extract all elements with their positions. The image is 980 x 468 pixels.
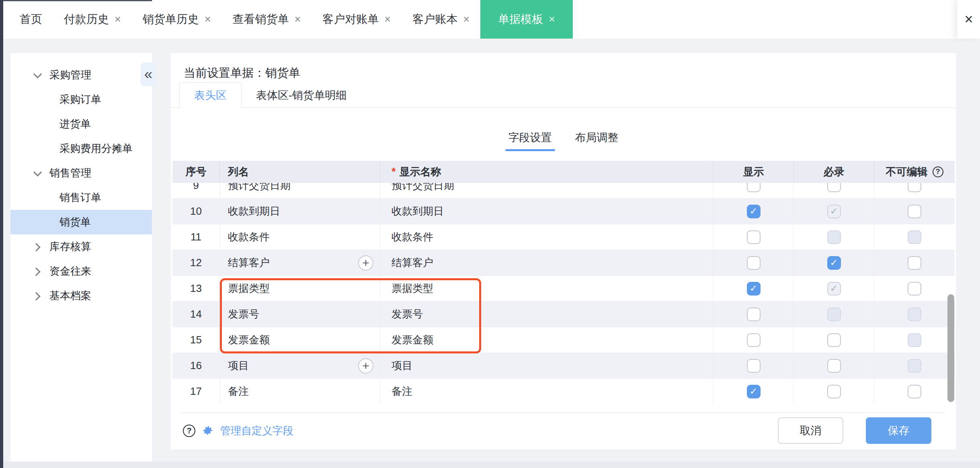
row-index: 17 [190,385,202,398]
cell-index: 10 [172,199,220,224]
cell-column-name: 结算客户+ [220,250,380,275]
cell-display-name[interactable]: 发票金额 [380,327,713,353]
cell-column-name: 发票金额 [220,327,380,353]
required-checkbox[interactable] [827,359,841,373]
sidebar-item-4[interactable]: 采购费用分摊单 [10,136,152,161]
top-tab-label: 首页 [20,12,42,27]
top-tab-4[interactable]: 查看销货单× [222,0,312,39]
doc-tab-2[interactable]: 表体区-销货单明细 [242,82,361,108]
cell-show [713,353,794,378]
readonly-checkbox[interactable] [908,333,921,347]
required-checkbox[interactable]: ✓ [827,256,841,270]
readonly-checkbox[interactable] [908,308,921,321]
display-name-text: 备注 [392,384,412,398]
cell-display-name[interactable]: 预计交货日期 [380,183,713,198]
save-button[interactable]: 保存 [866,417,931,444]
column-name-text: 项目 [228,359,249,373]
cell-display-name[interactable]: 收款条件 [380,224,713,250]
sidebar-item-10[interactable]: 基本档案 [10,283,152,308]
cell-index: 14 [172,302,220,327]
tab-close-icon[interactable]: × [384,14,391,25]
cell-display-name[interactable]: 发票号 [380,302,713,327]
sidebar-item-label: 采购费用分摊单 [59,142,133,156]
sub-tab-1[interactable]: 字段设置 [508,130,552,151]
sidebar-item-6[interactable]: 销售订单 [10,185,152,210]
readonly-checkbox[interactable] [908,183,921,192]
add-field-icon[interactable]: + [358,255,373,271]
cancel-button[interactable]: 取消 [778,417,843,444]
sidebar-item-3[interactable]: 进货单 [10,112,152,136]
required-checkbox[interactable]: ✓ [827,205,841,218]
top-tab-2[interactable]: 付款历史× [53,0,132,39]
sidebar-item-2[interactable]: 采购订单 [10,87,152,112]
top-tab-6[interactable]: 客户账本× [402,0,480,39]
tab-close-icon[interactable]: × [549,14,555,25]
sidebar-item-1[interactable]: 采购管理 [10,63,152,87]
sidebar-collapse-button[interactable]: « [141,63,156,86]
row-index: 9 [193,183,199,192]
readonly-checkbox[interactable] [908,385,921,398]
fields-table: 序号 列名 * 显示名称 显示 必录 不可编辑 ? 9预计交货日期预计交货日期1… [172,161,955,404]
required-checkbox[interactable] [827,308,841,321]
gear-icon[interactable] [202,425,214,437]
top-tab-label: 付款历史 [64,12,109,27]
tab-close-icon[interactable]: × [115,14,121,25]
show-checkbox[interactable]: ✓ [747,282,761,296]
sidebar-item-5[interactable]: 销售管理 [10,161,152,185]
cell-display-name[interactable]: 票据类型 [380,276,713,301]
show-checkbox[interactable] [747,308,761,321]
required-checkbox[interactable] [827,230,841,244]
readonly-checkbox[interactable] [908,282,921,296]
top-tab-3[interactable]: 销货单历史× [132,0,222,39]
cell-required [794,224,874,250]
show-checkbox[interactable] [747,256,761,270]
cell-required: ✓ [794,250,874,275]
cell-display-name[interactable]: 结算客户 [380,250,713,275]
cell-display-name[interactable]: 收款到期日 [380,199,713,224]
required-checkbox[interactable] [827,385,841,398]
top-tab-label: 客户账本 [412,12,457,27]
top-tab-1[interactable]: 首页 [9,0,53,39]
cell-column-name: 发票号 [220,302,380,327]
add-field-icon[interactable]: + [358,358,373,374]
sidebar-item-label: 采购管理 [49,68,91,82]
readonly-checkbox[interactable] [908,359,921,373]
top-tab-7[interactable]: 单据模板× [480,0,573,39]
show-checkbox[interactable] [747,230,761,244]
readonly-help-icon[interactable]: ? [933,166,943,177]
cell-show: ✓ [713,379,794,404]
doc-tab-1[interactable]: 表头区 [179,82,242,108]
top-tab-5[interactable]: 客户对账单× [312,0,402,39]
show-checkbox[interactable]: ✓ [747,205,761,218]
cell-display-name[interactable]: 备注 [380,379,713,404]
readonly-checkbox[interactable] [908,205,921,218]
sub-tab-2[interactable]: 布局调整 [575,130,619,151]
display-name-text: 收款条件 [392,230,433,244]
tab-close-icon[interactable]: × [295,14,301,25]
required-checkbox[interactable] [827,183,841,192]
column-name-text: 发票金额 [228,333,270,347]
display-name-text: 发票号 [392,307,423,321]
help-icon[interactable]: ? [183,425,195,437]
readonly-checkbox[interactable] [908,256,921,270]
readonly-checkbox[interactable] [908,230,921,244]
show-checkbox[interactable] [747,333,761,347]
show-checkbox[interactable] [747,183,761,192]
sidebar-item-8[interactable]: 库存核算 [10,234,152,259]
cell-column-name: 预计交货日期 [220,183,380,198]
tab-close-icon[interactable]: × [205,14,211,25]
close-all-tabs-button[interactable]: × [957,0,980,39]
vertical-scrollbar-thumb[interactable] [947,294,954,402]
cell-display-name[interactable]: 项目 [380,353,713,378]
manage-custom-fields-link[interactable]: 管理自定义字段 [220,424,293,438]
show-checkbox[interactable] [747,359,761,373]
sidebar-item-9[interactable]: 资金往来 [10,259,152,283]
sidebar-item-7[interactable]: 销货单 [10,210,152,234]
cell-required [794,183,874,198]
tab-close-icon[interactable]: × [463,14,469,25]
table-header-row: 序号 列名 * 显示名称 显示 必录 不可编辑 ? [172,161,955,183]
required-checkbox[interactable] [827,333,841,347]
show-checkbox[interactable]: ✓ [747,385,761,398]
required-checkbox[interactable]: ✓ [827,282,841,296]
cell-index: 16 [172,353,220,378]
